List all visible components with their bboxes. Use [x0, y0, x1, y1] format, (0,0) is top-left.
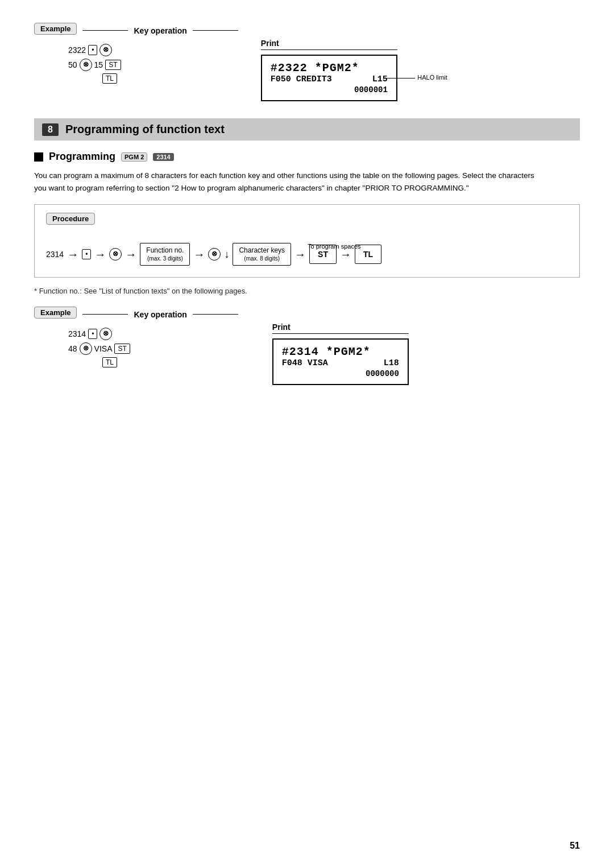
key-op-header-2: Key operation	[134, 310, 186, 319]
halo-label: HALO limit	[387, 74, 447, 81]
receipt-line1-2: #2314 *PGM2*	[282, 345, 399, 358]
dot-key-1: •	[88, 45, 97, 55]
section-title: Programming of function text	[65, 123, 225, 136]
example2-cols: Example Key operation 2314 • ⊗ 48 ⊗ VISA…	[34, 307, 580, 385]
tl-key-1: TL	[102, 73, 117, 84]
flow-diagram: To program spaces 2314 → • → ⊗ → Functio…	[46, 243, 568, 266]
receipt-line2-1: F050 CREDIT3 L15	[271, 75, 388, 84]
char-keys-label: Character keys	[239, 246, 285, 254]
tl-key-2: TL	[102, 357, 117, 367]
receipt-line1-1: #2322 *PGM2*	[271, 61, 388, 75]
key-operation-col: Example Key operation 2322 • ⊗ 50 ⊗ 15	[34, 23, 238, 84]
flow-box-1: Function no. (max. 3 digits)	[140, 243, 190, 266]
flow-otimes-1: ⊗	[109, 248, 122, 261]
receipt-f050: F050 CREDIT3	[271, 75, 332, 84]
black-square-icon	[34, 152, 43, 162]
key-op-header-1: Key operation	[134, 26, 186, 35]
st-key-2: ST	[114, 344, 130, 354]
otimes-key-2: ⊗	[80, 59, 92, 71]
otimes-key-3: ⊗	[99, 328, 112, 340]
arrow-6: →	[339, 249, 352, 260]
char-keys-digits: (max. 8 digits)	[244, 255, 280, 262]
arrow-4: →	[192, 249, 206, 260]
procedure-box: Procedure To program spaces 2314 → • → ⊗…	[34, 204, 580, 278]
receipt-line3-1: 0000001	[271, 85, 388, 94]
dot-key-2: •	[88, 329, 97, 339]
receipt-1: #2322 *PGM2* F050 CREDIT3 L15 0000001 HA…	[261, 55, 397, 101]
flow-box-2: Character keys (max. 8 digits)	[233, 243, 291, 266]
key-num-48: 48	[68, 344, 77, 353]
section-number: 8	[42, 123, 59, 136]
programming-title: Programming	[49, 151, 115, 163]
otimes-key-1: ⊗	[99, 44, 112, 56]
flow-start-num: 2314	[46, 250, 64, 259]
arrow-1: →	[66, 249, 80, 260]
key-seq-2: 2314 • ⊗ 48 ⊗ VISA ST TL	[34, 328, 238, 367]
key-num-2314: 2314	[68, 329, 86, 338]
footnote: * Function no.: See "List of function te…	[34, 287, 580, 295]
arrow-5: →	[293, 249, 307, 260]
key-num-2322: 2322	[68, 46, 86, 55]
func-no-label: Function no.	[146, 246, 184, 254]
receipt-l18: L18	[384, 358, 399, 368]
receipt-l15: L15	[372, 75, 388, 84]
num-badge: 2314	[153, 153, 173, 161]
example-label-1: Example	[34, 23, 77, 35]
arrow-3: →	[124, 249, 138, 260]
key-num-50: 50	[68, 60, 77, 69]
arrow-2: →	[93, 249, 107, 260]
receipt-line2-2: F048 VISA L18	[282, 358, 399, 368]
otimes-key-4: ⊗	[80, 342, 92, 355]
flow-rect-funcno: Function no. (max. 3 digits)	[140, 243, 190, 266]
key-num-15: 15	[94, 60, 103, 69]
example2-keyop: Example Key operation 2314 • ⊗ 48 ⊗ VISA…	[34, 307, 238, 367]
receipt-f048: F048 VISA	[282, 358, 328, 368]
receipt-2: #2314 *PGM2* F048 VISA L18 0000000	[272, 338, 409, 385]
example-label-2: Example	[34, 307, 77, 319]
programming-header: Programming PGM 2 2314	[34, 151, 580, 163]
top-example-section: Example Key operation 2322 • ⊗ 50 ⊗ 15	[34, 23, 580, 101]
page-number: 51	[570, 841, 580, 851]
print-header-2: Print	[272, 323, 409, 334]
flow-dot: •	[82, 249, 91, 259]
arrow-down-label: ↓	[223, 249, 230, 259]
flow-otimes-2: ⊗	[208, 248, 221, 261]
procedure-label: Procedure	[46, 213, 95, 225]
func-no-digits: (max. 3 digits)	[147, 255, 183, 262]
body-text: You can program a maximum of 8 character…	[34, 170, 546, 194]
key-visa: VISA	[94, 344, 113, 353]
example2-print: Print #2314 *PGM2* F048 VISA L18 0000000	[272, 323, 409, 385]
top-example-left: Example Key operation 2322 • ⊗ 50 ⊗ 15	[34, 23, 238, 84]
key-seq-1: 2322 • ⊗ 50 ⊗ 15 ST TL	[34, 44, 238, 84]
top-print-col: Print #2322 *PGM2* F050 CREDIT3 L15 0000…	[261, 39, 397, 101]
print-header-1: Print	[261, 39, 397, 50]
example2-section: Example Key operation 2314 • ⊗ 48 ⊗ VISA…	[34, 307, 580, 385]
to-program-spaces-label: To program spaces	[308, 243, 361, 250]
receipt-line3-2: 0000000	[282, 369, 399, 378]
st-key-1: ST	[105, 60, 121, 70]
section-header: 8 Programming of function text	[34, 118, 580, 140]
flow-rect-charkeys: Character keys (max. 8 digits)	[233, 243, 291, 266]
pgm-badge: PGM 2	[121, 152, 147, 162]
